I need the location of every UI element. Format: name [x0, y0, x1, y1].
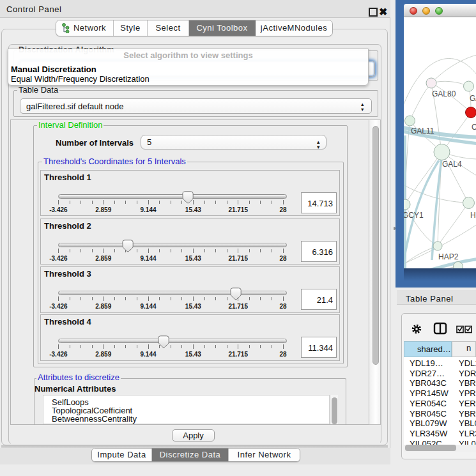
svg-text:GAL4: GAL4: [442, 160, 462, 169]
svg-text:C: C: [472, 123, 476, 132]
svg-text:GA: GA: [470, 94, 476, 103]
svg-text:H: H: [470, 211, 476, 220]
svg-text:GCY1: GCY1: [404, 211, 424, 220]
svg-text:GAL11: GAL11: [411, 127, 434, 135]
svg-text:HAP2: HAP2: [438, 252, 459, 261]
svg-text:GAL80: GAL80: [432, 89, 456, 98]
